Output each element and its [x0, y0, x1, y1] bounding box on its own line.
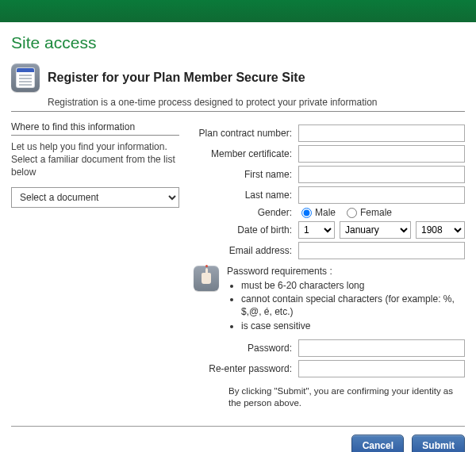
info-heading: Where to find this information [11, 121, 179, 136]
top-banner [0, 0, 476, 22]
label-dob: Date of birth: [194, 224, 298, 236]
dob-day-select[interactable]: 1 [298, 221, 335, 239]
form-subtitle: Registration is a one-time process desig… [48, 97, 465, 108]
last-name-input[interactable] [298, 186, 465, 204]
first-name-input[interactable] [298, 166, 465, 183]
pw-req-item: must be 6-20 characters long [241, 279, 465, 292]
reenter-password-input[interactable] [298, 360, 465, 377]
label-gender: Gender: [194, 207, 298, 218]
label-last: Last name: [194, 190, 298, 201]
email-input[interactable] [298, 242, 465, 259]
pw-req-item: cannot contain special characters (for e… [241, 293, 465, 318]
cancel-button[interactable]: Cancel [351, 435, 404, 452]
gender-male-label: Male [315, 207, 336, 218]
label-email: Email address: [194, 245, 298, 256]
document-icon [11, 63, 40, 92]
gender-male-radio[interactable] [301, 208, 312, 218]
password-input[interactable] [298, 339, 465, 357]
plan-contract-input[interactable] [298, 124, 465, 142]
info-body: Let us help you find your information. S… [11, 140, 179, 179]
document-select[interactable]: Select a document [11, 187, 179, 208]
member-certificate-input[interactable] [298, 145, 465, 163]
label-password2: Re-enter password: [194, 363, 298, 374]
pw-req-list: must be 6-20 characters long cannot cont… [241, 279, 465, 332]
dob-year-select[interactable]: 1908 [416, 221, 465, 239]
gender-female-label: Female [360, 207, 392, 218]
submit-button[interactable]: Submit [412, 435, 465, 452]
gender-female-option[interactable]: Female [347, 207, 392, 218]
label-cert: Member certificate: [194, 148, 298, 159]
gender-female-radio[interactable] [347, 208, 357, 218]
confirm-text: By clicking "Submit", you are confirming… [228, 385, 465, 410]
label-password: Password: [194, 343, 298, 354]
label-first: First name: [194, 169, 298, 180]
pw-req-item: is case sensitive [241, 320, 465, 332]
divider [11, 111, 465, 112]
pw-req-heading: Password requirements : [227, 266, 465, 277]
label-plan: Plan contract number: [194, 128, 298, 139]
touch-icon [194, 266, 219, 291]
form-title: Register for your Plan Member Secure Sit… [48, 71, 305, 85]
gender-male-option[interactable]: Male [301, 207, 336, 218]
dob-month-select[interactable]: January [340, 221, 411, 239]
divider-bottom [11, 426, 465, 427]
page-title: Site access [11, 33, 465, 52]
